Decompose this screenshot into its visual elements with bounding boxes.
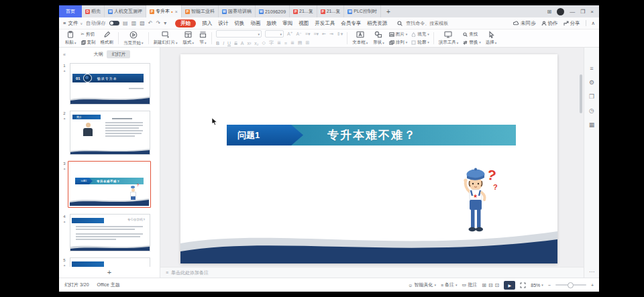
ribbon-tab-docer-res[interactable]: 稻壳资源 — [367, 20, 387, 27]
fit-to-window-icon[interactable] — [520, 282, 526, 288]
text-direction-button[interactable]: ⇕▾ — [337, 32, 343, 37]
ribbon-tab-transition[interactable]: 切换 — [234, 20, 244, 27]
smart-beautify-button[interactable]: ☺ 智能美化 ▾ — [408, 282, 436, 288]
zoom-in-button[interactable]: + — [591, 283, 594, 288]
new-tab-button[interactable]: + — [381, 5, 396, 17]
slide-layout-button[interactable]: 版式▾ — [180, 31, 197, 46]
tab-outline[interactable]: 大纲 — [93, 51, 103, 58]
copy-button[interactable]: 复制 — [81, 40, 96, 46]
ribbon-tab-devtools[interactable]: 开发工具 — [315, 20, 335, 27]
tab-docer[interactable]: D稻壳 — [82, 5, 105, 17]
section-button[interactable]: 节▾ — [197, 31, 209, 46]
new-slide-button[interactable]: 新建幻灯片▾ — [151, 31, 180, 46]
picture-button[interactable]: 图片▾ — [389, 32, 408, 38]
cut-button[interactable]: ✂剪切 — [81, 32, 96, 38]
collapse-ribbon-icon[interactable]: ∧ — [592, 20, 596, 26]
collaborate-button[interactable]: 协作 — [541, 20, 558, 27]
customize-quickbar-icon[interactable]: ▾ — [164, 20, 166, 26]
history-clock-icon[interactable]: ◷ — [589, 107, 594, 114]
slide-title[interactable]: 专升本难不难？ — [327, 125, 417, 145]
ribbon-tab-review[interactable]: 审阅 — [282, 20, 292, 27]
decrease-indent-button[interactable]: ⇤ — [322, 32, 326, 37]
play-from-current-button[interactable]: 当页开始▾ — [121, 31, 146, 46]
ribbon-tab-slideshow[interactable]: 放映 — [266, 20, 276, 27]
format-painter-button[interactable]: 格式刷 — [98, 31, 117, 46]
tab-doc-zhuanshengben-active[interactable]: P专升本•× — [146, 5, 182, 17]
zoom-slider[interactable] — [555, 284, 586, 286]
numbered-list-button[interactable]: ≡▾ — [313, 32, 319, 37]
tab-doc-renji[interactable]: W人机交互测评 — [105, 5, 146, 17]
normal-view-button[interactable]: ⊞ — [482, 282, 486, 288]
slide-thumb-4[interactable]: 4✦ 专心自学吗？ — [59, 214, 160, 251]
file-menu[interactable]: ≡ 文件 ∨ — [63, 20, 83, 27]
tab-doc-guosai[interactable]: W国赛培训稿 — [219, 5, 256, 17]
tab-slides[interactable]: 幻灯片 — [107, 50, 130, 58]
user-avatar[interactable] — [557, 8, 564, 15]
align-left-button[interactable]: ≣ — [277, 40, 281, 46]
textbox-button[interactable]: 文本框▾ — [350, 31, 370, 46]
question-banner-shape[interactable]: 问题1 专升本难不难？ — [227, 125, 516, 145]
italic-button[interactable]: I — [223, 41, 224, 46]
subscript-button[interactable]: x₂ — [254, 41, 258, 46]
autosave-toggle[interactable] — [109, 21, 119, 25]
superscript-button[interactable]: x² — [247, 41, 251, 46]
tab-doc-pdf-1[interactable]: P21...复 — [290, 5, 317, 17]
slide-thumb-2[interactable]: 2✦ 简介 — [59, 111, 160, 155]
sync-status[interactable]: 未同步 — [513, 20, 536, 27]
settings-gear-icon[interactable]: ⚙ — [589, 79, 594, 86]
paste-button[interactable]: 粘贴▾ — [62, 31, 79, 46]
fill-button[interactable]: 填充▾ — [411, 32, 429, 38]
add-slide-button[interactable]: + — [59, 267, 160, 278]
object-properties-icon[interactable]: ≡ — [590, 65, 593, 72]
find-button[interactable]: 查找 — [463, 32, 481, 38]
shapes-button[interactable]: 形状▾ — [370, 31, 387, 46]
redo-icon[interactable]: ↷ — [156, 20, 160, 26]
reading-view-button[interactable]: ⊡ — [495, 282, 500, 288]
slide-sorter-view-button[interactable]: ⊟ — [488, 282, 493, 288]
ribbon-tab-insert[interactable]: 插入 — [202, 20, 212, 27]
underline-button[interactable]: U — [227, 41, 231, 46]
zoom-percent[interactable]: 85%▾ — [531, 283, 543, 288]
notes-toggle-button[interactable]: ≡ 备注 ▾ — [441, 282, 458, 288]
close-button[interactable]: × — [590, 9, 594, 15]
font-color-button[interactable]: A — [241, 41, 244, 46]
shrink-font-button[interactable]: A⁻ — [296, 32, 301, 37]
more-tools-icon[interactable]: ⋯ — [589, 269, 594, 275]
save-icon[interactable]: ▤ — [123, 20, 128, 26]
replace-button[interactable]: 替换▾ — [463, 40, 481, 46]
outline-button[interactable]: 轮廓▾ — [411, 40, 429, 46]
layers-icon[interactable]: ❐ — [589, 93, 594, 100]
zoom-slider-knob[interactable] — [568, 282, 574, 288]
notes-bar[interactable]: ≡ 单击此处添加备注 — [160, 267, 584, 278]
ribbon-tab-home[interactable]: 开始 — [175, 19, 196, 27]
print-icon[interactable]: ▥ — [131, 20, 137, 26]
tab-doc-plc[interactable]: WPLC控制时 — [344, 5, 381, 17]
theme-name[interactable]: Office 主题 — [97, 282, 120, 288]
strikethrough-button[interactable]: S — [234, 41, 237, 46]
justify-button[interactable]: ▤ — [298, 40, 303, 46]
tab-home[interactable]: 首页 — [59, 5, 82, 17]
columns-button[interactable]: ⊞ — [305, 40, 309, 46]
font-size-select[interactable]: ▾ — [265, 30, 284, 38]
grow-font-button[interactable]: A⁺ — [287, 32, 292, 37]
current-slide[interactable]: 问题1 专升本难不难？ ? ? — [180, 54, 557, 263]
align-center-button[interactable]: ≡ — [284, 41, 287, 46]
tab-doc-21096209[interactable]: W21096209 — [256, 5, 290, 17]
bold-button[interactable]: B — [216, 41, 219, 46]
presentation-tools-button[interactable]: 演示工具▾ — [436, 31, 462, 46]
select-button[interactable]: 选择▾ — [483, 31, 500, 46]
highlight-button[interactable]: ◇ — [262, 40, 266, 46]
clipboard-grid-icon[interactable]: ▦ — [589, 121, 595, 128]
slide-thumb-1[interactable]: 1✦ 01 畅谈专升本 — [59, 63, 160, 105]
ribbon-tab-design[interactable]: 设计 — [218, 20, 228, 27]
zoom-out-button[interactable]: − — [548, 283, 551, 288]
command-search[interactable] — [397, 20, 465, 26]
slide-thumb-5[interactable]: 5✦ — [59, 257, 160, 267]
minimize-button[interactable]: — — [570, 9, 575, 15]
restore-button[interactable]: ❐ — [580, 9, 585, 15]
align-right-button[interactable]: ≣ — [290, 40, 294, 46]
phonetic-button[interactable]: 字 — [269, 40, 274, 46]
slideshow-play-button[interactable]: ▶ — [504, 281, 515, 290]
font-family-select[interactable]: ▾ — [216, 30, 262, 38]
collapse-panel-icon[interactable]: « — [63, 52, 66, 57]
